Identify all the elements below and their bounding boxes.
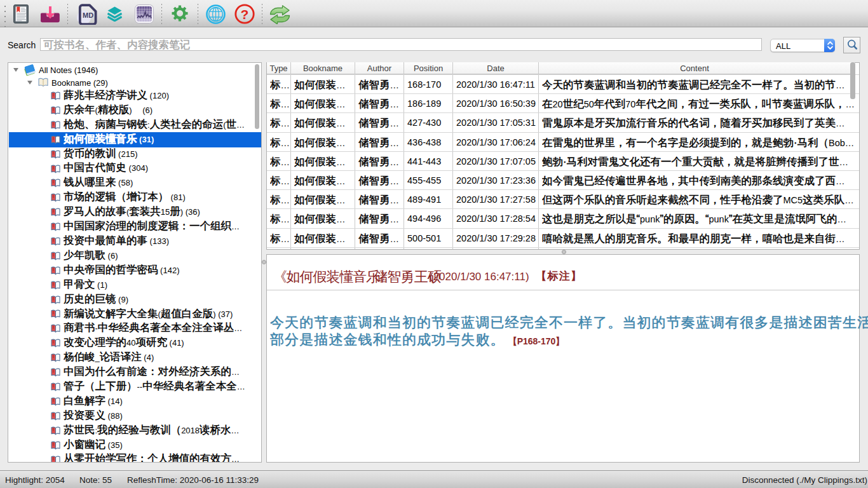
svg-text:MD: MD (83, 11, 93, 19)
svg-text:?: ? (241, 7, 249, 22)
